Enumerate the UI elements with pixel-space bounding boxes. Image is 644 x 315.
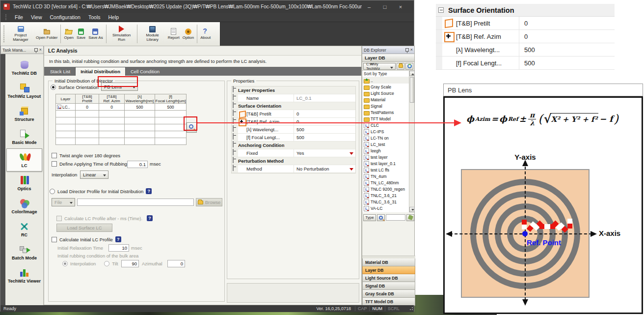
calc-initial-checkbox[interactable] — [52, 237, 57, 242]
db-list-item[interactable]: test layer — [362, 154, 409, 160]
db-list-item[interactable]: TN_LC_480nm — [362, 179, 409, 186]
property-value[interactable]: No Perturbation — [294, 165, 355, 172]
close-icon[interactable]: × — [39, 48, 42, 52]
property-value[interactable]: 500 — [294, 126, 355, 133]
collapse-icon[interactable] — [233, 94, 234, 100]
db-list-item[interactable]: test LC ffs — [362, 167, 409, 173]
property-row[interactable]: Name LC_0.1 — [232, 94, 355, 102]
close-icon[interactable]: × — [410, 48, 413, 52]
open-button[interactable]: Open — [62, 23, 75, 45]
table-row-empty[interactable] — [56, 111, 187, 117]
db-filter-button[interactable] — [406, 214, 414, 221]
rubbing-time-input[interactable]: 0.1 — [127, 161, 148, 168]
sidebar-item-structure[interactable]: Structure — [6, 102, 42, 125]
db-list-item[interactable]: Gray Scale — [362, 84, 409, 90]
sidebar-item-basic-mode[interactable]: Basic Mode — [6, 125, 42, 148]
db-scrollbar[interactable] — [409, 71, 414, 212]
db-tab[interactable]: Gray Scale DB — [362, 290, 415, 298]
sidebar-item-techwiz-layout[interactable]: TechWiz Layout — [6, 79, 42, 102]
sidebar-item-techwiz-db[interactable]: TechWiz DB — [6, 56, 42, 79]
property-row[interactable]: [T&B] Pretilt 0 — [232, 110, 355, 118]
azimuthal-input[interactable]: 0 — [167, 260, 185, 267]
property-row[interactable]: Perturbation Method — [232, 157, 355, 165]
collapse-icon[interactable] — [233, 86, 234, 92]
db-list-item[interactable]: TNLC_3.6_31 — [362, 199, 409, 205]
sidebar-item-rc[interactable]: RC — [6, 218, 42, 241]
help-icon[interactable] — [147, 215, 153, 221]
interpolation-dropdown[interactable]: Linear — [80, 171, 108, 179]
maximize-button[interactable]: □ — [381, 4, 388, 10]
menu-item[interactable]: Help — [104, 14, 123, 20]
sidebar-item-batch-mode[interactable]: Batch Mode — [6, 241, 42, 264]
db-list-item[interactable]: TN_4um — [362, 173, 409, 179]
table-row-empty[interactable] — [56, 138, 187, 145]
scroll-down-icon[interactable] — [409, 207, 415, 212]
lc-tab[interactable]: Initial Distribution — [75, 67, 126, 76]
menu-item[interactable]: Configuration — [46, 14, 84, 20]
property-row[interactable]: Anchoring Condition — [232, 142, 355, 149]
property-value[interactable]: 0 — [294, 110, 355, 117]
save-as-button[interactable]: Save As — [87, 23, 104, 45]
tilt-input[interactable]: 90 — [121, 260, 139, 267]
menu-item[interactable]: Tools — [84, 14, 105, 20]
report-button[interactable]: Report — [166, 23, 181, 45]
surface-orientation-radio[interactable] — [51, 85, 56, 90]
collapse-icon[interactable] — [233, 157, 234, 163]
property-value[interactable]: Yes — [294, 149, 355, 157]
db-sort-label[interactable]: Sort by Type — [362, 71, 409, 77]
db-list-item[interactable]: LC-IPS — [362, 128, 409, 135]
collapse-icon[interactable] — [233, 133, 234, 140]
db-refresh-button[interactable] — [405, 63, 413, 70]
rubbing-mask-checkbox[interactable] — [52, 161, 57, 167]
property-row[interactable]: Layer Properties — [232, 86, 355, 94]
collapse-icon[interactable] — [233, 141, 234, 147]
menu-item[interactable]: File — [11, 14, 27, 20]
close-button[interactable]: × — [397, 4, 404, 10]
bulk-interpolation-radio[interactable] — [62, 261, 68, 266]
table-row[interactable]: LC.. 0 0 500 500 — [56, 104, 187, 111]
db-list-item[interactable]: TNLC_3.6_21 — [362, 192, 409, 199]
collapse-icon[interactable] — [233, 165, 234, 171]
db-tab[interactable]: TFT Model DB — [362, 298, 415, 306]
sidebar-item-optics[interactable]: Optics — [6, 172, 42, 195]
table-row-empty[interactable] — [56, 131, 187, 138]
db-list-item[interactable]: VA-LC — [362, 205, 409, 211]
db-tab[interactable]: Signal DB — [362, 282, 415, 290]
property-row[interactable]: Fixed Yes — [232, 149, 355, 157]
pin-icon[interactable] — [405, 48, 409, 52]
save-button[interactable]: Save — [75, 23, 87, 45]
help-icon[interactable] — [115, 236, 121, 242]
relax-time-input[interactable]: 10 — [108, 244, 129, 252]
scroll-thumb[interactable] — [410, 77, 414, 103]
help-icon[interactable] — [146, 188, 152, 194]
db-list-item[interactable]: LC_test — [362, 141, 409, 147]
open-folder-button[interactable]: Open Folder — [34, 23, 59, 45]
db-list-item[interactable]: Light Source — [362, 90, 409, 96]
minimize-button[interactable]: – — [366, 4, 373, 10]
file-path-input[interactable] — [77, 199, 194, 206]
project-manager-button[interactable]: Project Manager — [7, 23, 34, 45]
db-list-item[interactable]: leegh — [362, 147, 409, 154]
sidebar-item-lc[interactable]: LC — [6, 148, 42, 172]
collapse-icon[interactable] — [233, 110, 234, 116]
table-row-empty[interactable] — [56, 117, 187, 124]
table-row-empty[interactable] — [56, 124, 187, 131]
pin-icon[interactable] — [34, 48, 38, 52]
tilt-radio[interactable] — [104, 261, 109, 266]
resize-grip-icon[interactable] — [409, 307, 413, 311]
property-value[interactable]: LC_0.1 — [294, 94, 355, 102]
module-library-button[interactable]: Module Library — [139, 23, 166, 45]
db-list-item[interactable]: Material — [362, 96, 409, 103]
db-tab[interactable]: Layer DB — [362, 266, 415, 274]
property-row[interactable]: [λ] Wavelengt... 500 — [232, 126, 355, 134]
collapse-icon[interactable] — [233, 149, 234, 155]
db-search-input[interactable] — [386, 214, 405, 221]
db-list-item[interactable]: TFT Model — [362, 115, 409, 122]
db-tab[interactable]: Light Source DB — [362, 274, 415, 282]
db-list-item[interactable]: TNLC 9200_regen — [362, 186, 409, 192]
property-value[interactable]: 500 — [294, 134, 355, 141]
property-row[interactable]: [T&B] Ref. Azim 0 — [232, 118, 355, 126]
db-path-dropdown[interactable]: C:₩My TechWiz — [363, 63, 396, 70]
property-row[interactable]: Method No Perturbation — [232, 165, 355, 173]
db-list-item[interactable]: test layer_0.1 — [362, 160, 409, 167]
